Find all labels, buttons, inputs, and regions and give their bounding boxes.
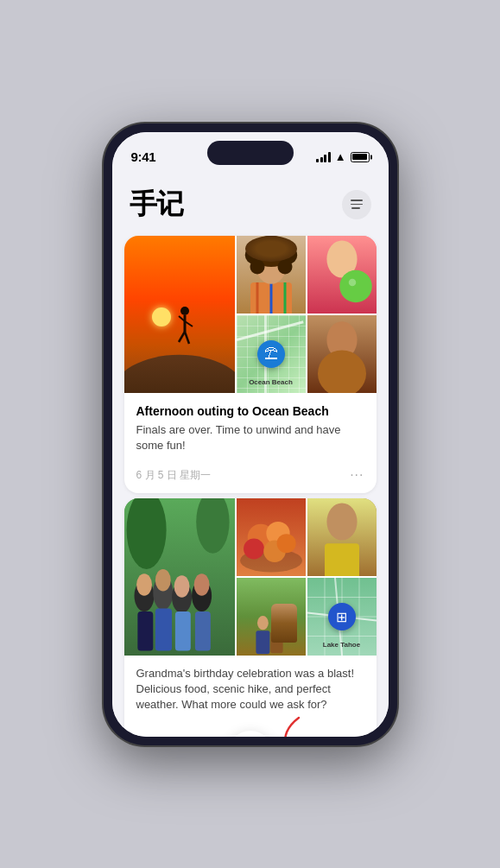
- lake-tahoe-pin: ⊞: [328, 603, 356, 630]
- image-sunset: [124, 236, 235, 393]
- battery-icon: [351, 152, 370, 162]
- phone-frame: 9:41 ▲ 手记: [104, 124, 397, 745]
- svg-rect-54: [270, 631, 282, 653]
- battery-fill: [352, 154, 367, 160]
- phone-screen: 9:41 ▲ 手记: [112, 132, 389, 737]
- arrow-svg: [264, 713, 307, 737]
- outdoor-svg: [237, 578, 306, 656]
- card1-description: Finals are over. Time to unwind and have…: [136, 422, 364, 453]
- card1-text: Afternoon outing to Ocean Beach Finals a…: [124, 393, 377, 463]
- card2-image-grid: ⊞ Lake Tahoe: [124, 498, 377, 656]
- svg-point-47: [326, 503, 357, 540]
- card1-title: Afternoon outing to Ocean Beach: [136, 403, 364, 419]
- card1-more-button[interactable]: ···: [350, 467, 364, 483]
- ocean-beach-label: Ocean Beach: [237, 378, 306, 386]
- header-menu-button[interactable]: [342, 190, 371, 219]
- sunset-figure-svg: [175, 306, 194, 349]
- image-brown-woman: [307, 315, 377, 393]
- fruits-svg: [237, 498, 306, 576]
- card1-footer: 6 月 5 日 星期一 ···: [124, 462, 377, 493]
- svg-point-29: [136, 573, 152, 595]
- grid-icon: ⊞: [336, 609, 347, 625]
- svg-rect-28: [137, 611, 153, 651]
- svg-rect-48: [325, 543, 359, 576]
- svg-point-45: [276, 534, 295, 553]
- arrow-indicator: [264, 713, 307, 737]
- main-content: 手记: [112, 132, 389, 737]
- card1-image-grid: ⛱ Ocean Beach: [124, 236, 377, 393]
- svg-rect-31: [155, 608, 171, 650]
- svg-point-51: [257, 616, 269, 630]
- svg-point-19: [339, 269, 371, 301]
- app-title: 手记: [130, 186, 184, 224]
- card2-text: Grandma's birthday celebration was a bla…: [124, 656, 377, 722]
- app-header: 手记: [112, 175, 389, 231]
- image-group-photo: [124, 498, 235, 656]
- svg-point-0: [180, 307, 189, 315]
- card-ocean-beach[interactable]: ⛱ Ocean Beach: [124, 236, 377, 494]
- status-icons: ▲: [316, 150, 369, 163]
- curly-woman-svg: [237, 236, 306, 314]
- svg-point-43: [244, 539, 264, 560]
- svg-point-20: [348, 278, 356, 286]
- image-curly-woman: [237, 236, 306, 314]
- fab-container: +: [124, 722, 377, 737]
- image-outdoor-couple: [237, 578, 306, 656]
- image-fruits: [237, 498, 306, 576]
- map-pin-ocean-beach: ⛱: [257, 340, 285, 368]
- yellow-woman-svg: [307, 498, 377, 576]
- svg-point-16: [277, 259, 292, 274]
- brown-woman-svg: [307, 315, 377, 393]
- svg-rect-52: [256, 630, 269, 654]
- image-lake-tahoe-map: ⊞ Lake Tahoe: [307, 578, 377, 656]
- smiling-woman-svg: [307, 236, 377, 314]
- svg-point-35: [174, 575, 189, 597]
- card2-description: Grandma's birthday celebration was a bla…: [136, 666, 364, 713]
- menu-line: [351, 204, 363, 206]
- svg-point-32: [155, 569, 170, 591]
- umbrella-icon: ⛱: [264, 346, 278, 362]
- menu-line: [351, 200, 363, 201]
- svg-point-15: [250, 259, 264, 274]
- svg-rect-37: [194, 611, 210, 651]
- svg-line-5: [185, 332, 189, 344]
- svg-point-53: [271, 618, 281, 630]
- card1-date: 6 月 5 日 星期一: [136, 468, 212, 483]
- wifi-icon: ▲: [335, 150, 346, 163]
- dynamic-island: [207, 141, 294, 165]
- svg-rect-34: [174, 611, 190, 651]
- menu-line: [351, 207, 360, 209]
- signal-icon: [316, 152, 331, 162]
- status-time: 9:41: [131, 149, 156, 164]
- svg-line-4: [179, 332, 185, 342]
- svg-point-38: [193, 573, 209, 595]
- sunset-sun: [152, 307, 171, 326]
- image-ocean-beach-map: ⛱ Ocean Beach: [237, 315, 306, 393]
- image-yellow-woman: [307, 498, 377, 576]
- lake-tahoe-label: Lake Tahoe: [307, 641, 377, 649]
- group-svg: [124, 498, 235, 656]
- card-grandma-birthday[interactable]: ⊞ Lake Tahoe Grandma's birthday celebrat…: [124, 498, 377, 736]
- image-smiling-woman: [307, 236, 377, 314]
